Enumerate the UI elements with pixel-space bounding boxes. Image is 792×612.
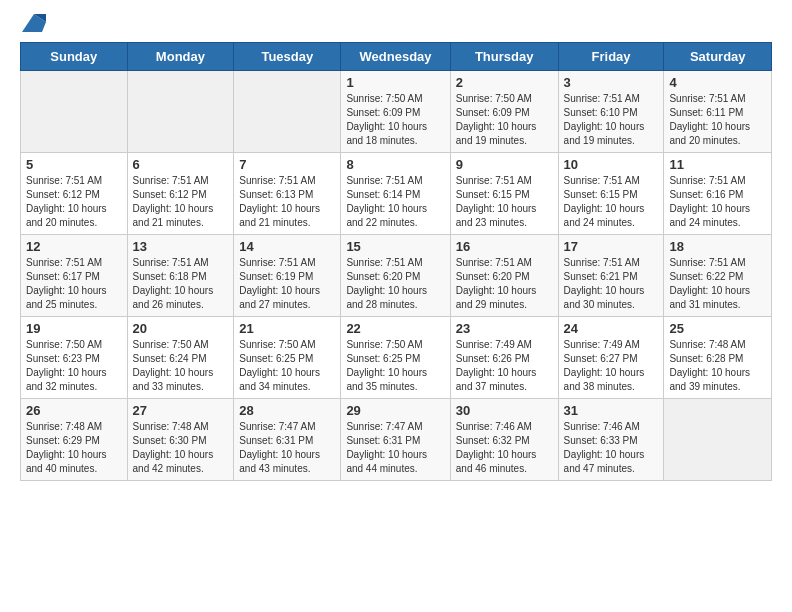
day-number: 9: [456, 157, 553, 172]
day-number: 8: [346, 157, 444, 172]
calendar-cell: 30Sunrise: 7:46 AM Sunset: 6:32 PM Dayli…: [450, 399, 558, 481]
day-number: 19: [26, 321, 122, 336]
calendar-cell: [127, 71, 234, 153]
calendar-cell: [21, 71, 128, 153]
day-number: 13: [133, 239, 229, 254]
calendar-cell: 2Sunrise: 7:50 AM Sunset: 6:09 PM Daylig…: [450, 71, 558, 153]
day-number: 3: [564, 75, 659, 90]
day-info: Sunrise: 7:49 AM Sunset: 6:26 PM Dayligh…: [456, 338, 553, 394]
day-info: Sunrise: 7:48 AM Sunset: 6:28 PM Dayligh…: [669, 338, 766, 394]
week-row-3: 12Sunrise: 7:51 AM Sunset: 6:17 PM Dayli…: [21, 235, 772, 317]
day-number: 2: [456, 75, 553, 90]
day-info: Sunrise: 7:47 AM Sunset: 6:31 PM Dayligh…: [239, 420, 335, 476]
day-info: Sunrise: 7:50 AM Sunset: 6:25 PM Dayligh…: [346, 338, 444, 394]
calendar-cell: 12Sunrise: 7:51 AM Sunset: 6:17 PM Dayli…: [21, 235, 128, 317]
day-number: 12: [26, 239, 122, 254]
day-info: Sunrise: 7:50 AM Sunset: 6:24 PM Dayligh…: [133, 338, 229, 394]
day-number: 16: [456, 239, 553, 254]
day-info: Sunrise: 7:51 AM Sunset: 6:20 PM Dayligh…: [456, 256, 553, 312]
day-number: 6: [133, 157, 229, 172]
day-number: 28: [239, 403, 335, 418]
day-number: 24: [564, 321, 659, 336]
day-info: Sunrise: 7:51 AM Sunset: 6:17 PM Dayligh…: [26, 256, 122, 312]
weekday-header-row: SundayMondayTuesdayWednesdayThursdayFrid…: [21, 43, 772, 71]
logo-icon: [22, 14, 46, 32]
day-number: 29: [346, 403, 444, 418]
calendar-cell: 27Sunrise: 7:48 AM Sunset: 6:30 PM Dayli…: [127, 399, 234, 481]
header: [20, 16, 772, 30]
day-info: Sunrise: 7:51 AM Sunset: 6:15 PM Dayligh…: [456, 174, 553, 230]
calendar-cell: 1Sunrise: 7:50 AM Sunset: 6:09 PM Daylig…: [341, 71, 450, 153]
weekday-header-saturday: Saturday: [664, 43, 772, 71]
day-info: Sunrise: 7:48 AM Sunset: 6:29 PM Dayligh…: [26, 420, 122, 476]
day-info: Sunrise: 7:51 AM Sunset: 6:13 PM Dayligh…: [239, 174, 335, 230]
week-row-1: 1Sunrise: 7:50 AM Sunset: 6:09 PM Daylig…: [21, 71, 772, 153]
day-number: 30: [456, 403, 553, 418]
week-row-4: 19Sunrise: 7:50 AM Sunset: 6:23 PM Dayli…: [21, 317, 772, 399]
calendar-cell: 9Sunrise: 7:51 AM Sunset: 6:15 PM Daylig…: [450, 153, 558, 235]
calendar-cell: 6Sunrise: 7:51 AM Sunset: 6:12 PM Daylig…: [127, 153, 234, 235]
day-number: 20: [133, 321, 229, 336]
day-info: Sunrise: 7:50 AM Sunset: 6:23 PM Dayligh…: [26, 338, 122, 394]
day-number: 23: [456, 321, 553, 336]
day-info: Sunrise: 7:51 AM Sunset: 6:18 PM Dayligh…: [133, 256, 229, 312]
calendar-cell: 25Sunrise: 7:48 AM Sunset: 6:28 PM Dayli…: [664, 317, 772, 399]
calendar-cell: 14Sunrise: 7:51 AM Sunset: 6:19 PM Dayli…: [234, 235, 341, 317]
calendar-cell: 28Sunrise: 7:47 AM Sunset: 6:31 PM Dayli…: [234, 399, 341, 481]
day-info: Sunrise: 7:51 AM Sunset: 6:19 PM Dayligh…: [239, 256, 335, 312]
day-info: Sunrise: 7:48 AM Sunset: 6:30 PM Dayligh…: [133, 420, 229, 476]
day-info: Sunrise: 7:51 AM Sunset: 6:10 PM Dayligh…: [564, 92, 659, 148]
day-info: Sunrise: 7:51 AM Sunset: 6:16 PM Dayligh…: [669, 174, 766, 230]
calendar-cell: 10Sunrise: 7:51 AM Sunset: 6:15 PM Dayli…: [558, 153, 664, 235]
day-info: Sunrise: 7:51 AM Sunset: 6:11 PM Dayligh…: [669, 92, 766, 148]
day-number: 27: [133, 403, 229, 418]
calendar-cell: 15Sunrise: 7:51 AM Sunset: 6:20 PM Dayli…: [341, 235, 450, 317]
weekday-header-monday: Monday: [127, 43, 234, 71]
calendar-cell: 17Sunrise: 7:51 AM Sunset: 6:21 PM Dayli…: [558, 235, 664, 317]
calendar-cell: 18Sunrise: 7:51 AM Sunset: 6:22 PM Dayli…: [664, 235, 772, 317]
day-info: Sunrise: 7:46 AM Sunset: 6:32 PM Dayligh…: [456, 420, 553, 476]
calendar-cell: 22Sunrise: 7:50 AM Sunset: 6:25 PM Dayli…: [341, 317, 450, 399]
day-info: Sunrise: 7:50 AM Sunset: 6:09 PM Dayligh…: [346, 92, 444, 148]
week-row-5: 26Sunrise: 7:48 AM Sunset: 6:29 PM Dayli…: [21, 399, 772, 481]
calendar-cell: 11Sunrise: 7:51 AM Sunset: 6:16 PM Dayli…: [664, 153, 772, 235]
day-number: 1: [346, 75, 444, 90]
day-info: Sunrise: 7:49 AM Sunset: 6:27 PM Dayligh…: [564, 338, 659, 394]
day-number: 15: [346, 239, 444, 254]
day-info: Sunrise: 7:51 AM Sunset: 6:21 PM Dayligh…: [564, 256, 659, 312]
calendar-cell: 4Sunrise: 7:51 AM Sunset: 6:11 PM Daylig…: [664, 71, 772, 153]
day-info: Sunrise: 7:51 AM Sunset: 6:22 PM Dayligh…: [669, 256, 766, 312]
calendar: SundayMondayTuesdayWednesdayThursdayFrid…: [20, 42, 772, 481]
logo: [20, 16, 46, 30]
calendar-cell: 20Sunrise: 7:50 AM Sunset: 6:24 PM Dayli…: [127, 317, 234, 399]
calendar-cell: 31Sunrise: 7:46 AM Sunset: 6:33 PM Dayli…: [558, 399, 664, 481]
calendar-cell: 5Sunrise: 7:51 AM Sunset: 6:12 PM Daylig…: [21, 153, 128, 235]
day-number: 7: [239, 157, 335, 172]
calendar-cell: 26Sunrise: 7:48 AM Sunset: 6:29 PM Dayli…: [21, 399, 128, 481]
day-number: 22: [346, 321, 444, 336]
day-info: Sunrise: 7:51 AM Sunset: 6:12 PM Dayligh…: [133, 174, 229, 230]
calendar-cell: 3Sunrise: 7:51 AM Sunset: 6:10 PM Daylig…: [558, 71, 664, 153]
calendar-cell: 24Sunrise: 7:49 AM Sunset: 6:27 PM Dayli…: [558, 317, 664, 399]
week-row-2: 5Sunrise: 7:51 AM Sunset: 6:12 PM Daylig…: [21, 153, 772, 235]
calendar-cell: 29Sunrise: 7:47 AM Sunset: 6:31 PM Dayli…: [341, 399, 450, 481]
day-info: Sunrise: 7:51 AM Sunset: 6:15 PM Dayligh…: [564, 174, 659, 230]
day-number: 17: [564, 239, 659, 254]
weekday-header-wednesday: Wednesday: [341, 43, 450, 71]
day-info: Sunrise: 7:46 AM Sunset: 6:33 PM Dayligh…: [564, 420, 659, 476]
calendar-cell: 21Sunrise: 7:50 AM Sunset: 6:25 PM Dayli…: [234, 317, 341, 399]
page: SundayMondayTuesdayWednesdayThursdayFrid…: [0, 0, 792, 497]
day-number: 5: [26, 157, 122, 172]
day-info: Sunrise: 7:50 AM Sunset: 6:25 PM Dayligh…: [239, 338, 335, 394]
day-info: Sunrise: 7:47 AM Sunset: 6:31 PM Dayligh…: [346, 420, 444, 476]
day-number: 26: [26, 403, 122, 418]
weekday-header-tuesday: Tuesday: [234, 43, 341, 71]
day-number: 14: [239, 239, 335, 254]
calendar-cell: 23Sunrise: 7:49 AM Sunset: 6:26 PM Dayli…: [450, 317, 558, 399]
calendar-cell: [664, 399, 772, 481]
calendar-cell: 19Sunrise: 7:50 AM Sunset: 6:23 PM Dayli…: [21, 317, 128, 399]
weekday-header-friday: Friday: [558, 43, 664, 71]
day-number: 4: [669, 75, 766, 90]
day-number: 10: [564, 157, 659, 172]
day-info: Sunrise: 7:51 AM Sunset: 6:20 PM Dayligh…: [346, 256, 444, 312]
